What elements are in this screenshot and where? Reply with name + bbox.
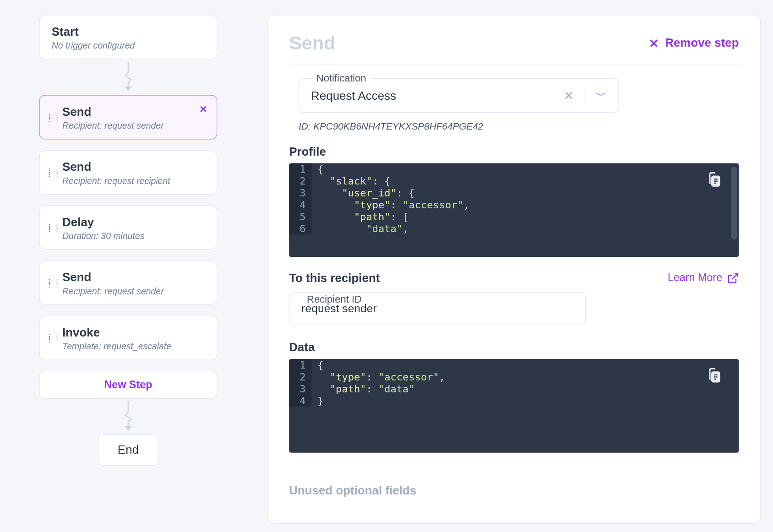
end-node: End <box>98 434 158 466</box>
workflow-step-delay[interactable]: ⋮⋮⋮⋮ Delay Duration: 30 minutes <box>39 205 218 250</box>
profile-code-editor[interactable]: 1{2 "slack": {3 "user_id": {4 "type": "a… <box>289 163 739 257</box>
step-subtitle: Duration: 30 minutes <box>62 231 205 241</box>
workflow-step-send-3[interactable]: ⋮⋮⋮⋮ Send Recipient: request sender <box>39 261 218 305</box>
end-label: End <box>118 443 139 456</box>
notification-label: Notification <box>313 72 370 84</box>
learn-more-label: Learn More <box>668 272 722 284</box>
code-lines: 1{2 "type": "accessor",3 "path": "data"4… <box>289 359 739 407</box>
drag-handle-icon[interactable]: ⋮⋮⋮⋮ <box>47 224 61 231</box>
step-detail-panel: Send ✕ Remove step Notification Request … <box>267 15 761 524</box>
recipient-field: Recipient ID request sender <box>289 292 739 326</box>
data-label: Data <box>289 341 739 354</box>
data-code-editor[interactable]: 1{2 "type": "accessor",3 "path": "data"4… <box>289 359 739 453</box>
recipient-heading: To this recipient <box>289 271 380 285</box>
remove-step-icon[interactable]: ✕ <box>199 104 207 115</box>
start-node[interactable]: Start No trigger configured <box>39 15 218 59</box>
recipient-id-input[interactable]: request sender <box>289 292 586 326</box>
step-subtitle: Template: request_escalate <box>62 341 205 351</box>
drag-handle-icon[interactable]: ⋮⋮⋮⋮ <box>47 114 61 121</box>
svg-line-5 <box>732 273 737 279</box>
remove-profile-button[interactable] <box>760 192 761 206</box>
step-title: Send <box>62 105 205 119</box>
notification-value: Request Access <box>311 89 396 103</box>
notification-field: Notification Request Access ✕ ﹀ <box>299 78 739 113</box>
divider <box>585 88 585 103</box>
workflow-step-invoke[interactable]: ⋮⋮⋮⋮ Invoke Template: request_escalate <box>39 315 218 360</box>
learn-more-link[interactable]: Learn More <box>668 272 739 284</box>
profile-section: Profile 1{2 "slack": {3 "user_id": {4 "t… <box>289 145 739 257</box>
step-title: Send <box>62 271 205 284</box>
workflow-step-send-2[interactable]: ⋮⋮⋮⋮ Send Recipient: request recipient <box>39 150 218 195</box>
unused-optional-fields[interactable]: Unused optional fields <box>289 483 739 497</box>
new-step-label: New Step <box>104 379 152 391</box>
data-section: Data 1{2 "type": "accessor",3 "path": "d… <box>289 341 739 453</box>
step-subtitle: Recipient: request recipient <box>62 176 205 186</box>
remove-step-button[interactable]: ✕ Remove step <box>649 36 739 50</box>
scrollbar[interactable] <box>731 167 737 240</box>
panel-header: Send ✕ Remove step <box>289 32 739 65</box>
chevron-down-icon[interactable]: ﹀ <box>596 88 606 103</box>
step-title: Invoke <box>62 326 205 340</box>
recipient-id-value: request sender <box>301 302 376 315</box>
notification-id: ID: KPC90KB6NH4TEYKXSP8HF64PGE42 <box>299 121 739 131</box>
connector-arrow <box>39 62 218 92</box>
select-controls: ✕ ﹀ <box>564 88 606 103</box>
step-subtitle: Recipient: request sender <box>62 286 205 296</box>
new-step-button[interactable]: New Step <box>39 371 218 399</box>
profile-label: Profile <box>289 145 739 158</box>
drag-handle-icon[interactable]: ⋮⋮⋮⋮ <box>47 334 61 342</box>
remove-step-label: Remove step <box>665 36 739 50</box>
drag-handle-icon[interactable]: ⋮⋮⋮⋮ <box>47 169 61 176</box>
connector-arrow <box>39 401 218 432</box>
copy-icon[interactable] <box>706 367 722 386</box>
close-icon: ✕ <box>649 36 659 50</box>
recipient-header-row: To this recipient Learn More <box>289 271 739 285</box>
clear-icon[interactable]: ✕ <box>564 88 574 103</box>
panel-title: Send <box>289 32 335 54</box>
start-subtitle: No trigger configured <box>52 40 205 50</box>
workflow-step-send-1[interactable]: ⋮⋮⋮⋮ Send Recipient: request sender ✕ <box>39 95 218 139</box>
workflow-column: Start No trigger configured ⋮⋮⋮⋮ Send Re… <box>39 15 218 466</box>
external-link-icon <box>727 272 739 284</box>
start-title: Start <box>52 25 205 38</box>
step-title: Send <box>62 160 205 174</box>
remove-data-button[interactable] <box>760 406 761 420</box>
code-lines: 1{2 "slack": {3 "user_id": {4 "type": "a… <box>289 163 739 234</box>
step-subtitle: Recipient: request sender <box>62 120 205 130</box>
copy-icon[interactable] <box>706 172 722 190</box>
drag-handle-icon[interactable]: ⋮⋮⋮⋮ <box>47 279 61 287</box>
step-title: Delay <box>62 215 205 229</box>
